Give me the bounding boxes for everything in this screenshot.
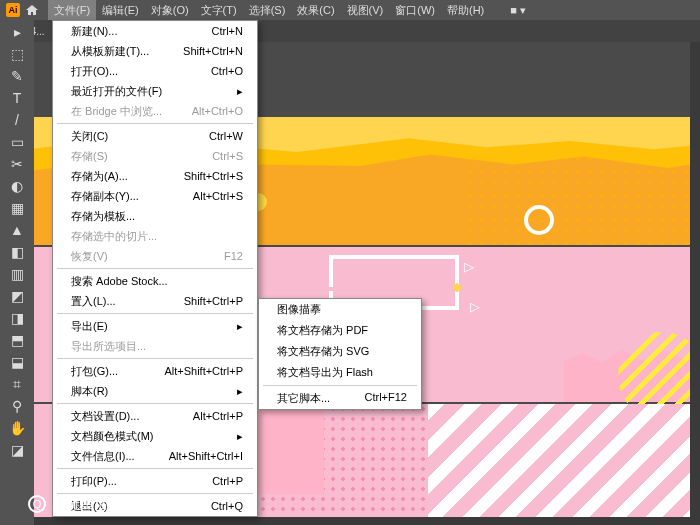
menuitem-脚本(R)[interactable]: 脚本(R)▸ xyxy=(53,381,257,401)
menu-选择[interactable]: 选择(S) xyxy=(243,0,292,20)
app-logo-icon: Ai xyxy=(6,3,20,17)
menuitem-从模板新建(T)...[interactable]: 从模板新建(T)...Shift+Ctrl+N xyxy=(53,41,257,61)
menuitem-存储为(A)...[interactable]: 存储为(A)...Shift+Ctrl+S xyxy=(53,166,257,186)
tool-6[interactable]: ✂ xyxy=(2,154,32,174)
menuitem-搜索 Adobe Stock...[interactable]: 搜索 Adobe Stock... xyxy=(53,271,257,291)
menu-对象[interactable]: 对象(O) xyxy=(145,0,195,20)
menuitem-最近打开的文件(F)[interactable]: 最近打开的文件(F)▸ xyxy=(53,81,257,101)
menuitem-存储副本(Y)...[interactable]: 存储副本(Y)...Alt+Ctrl+S xyxy=(53,186,257,206)
tool-5[interactable]: ▭ xyxy=(2,132,32,152)
file-menu-dropdown[interactable]: 新建(N)...Ctrl+N从模板新建(T)...Shift+Ctrl+N打开(… xyxy=(52,20,258,517)
menuitem-文件信息(I)...[interactable]: 文件信息(I)...Alt+Shift+Ctrl+I xyxy=(53,446,257,466)
menuitem-存储选中的切片...[interactable]: 存储选中的切片... xyxy=(53,226,257,246)
tool-1[interactable]: ⬚ xyxy=(2,44,32,64)
menuitem-打包(G)...[interactable]: 打包(G)...Alt+Shift+Ctrl+P xyxy=(53,361,257,381)
menu-文字[interactable]: 文字(T) xyxy=(195,0,243,20)
tool-11[interactable]: ▥ xyxy=(2,264,32,284)
tool-13[interactable]: ◨ xyxy=(2,308,32,328)
tool-7[interactable]: ◐ xyxy=(2,176,32,196)
menuitem-打开(O)...[interactable]: 打开(O)...Ctrl+O xyxy=(53,61,257,81)
menuitem-文档设置(D)...[interactable]: 文档设置(D)...Alt+Ctrl+P xyxy=(53,406,257,426)
watermark-text: 天奇生活 xyxy=(52,495,108,513)
menuitem-存储为模板...[interactable]: 存储为模板... xyxy=(53,206,257,226)
menuitem-关闭(C)[interactable]: 关闭(C)Ctrl+W xyxy=(53,126,257,146)
home-icon[interactable] xyxy=(26,5,38,15)
menu-编辑[interactable]: 编辑(E) xyxy=(96,0,145,20)
menuitem-图像描摹[interactable]: 图像描摹 xyxy=(259,299,421,320)
menuitem-文档颜色模式(M)[interactable]: 文档颜色模式(M)▸ xyxy=(53,426,257,446)
watermark-icon: Q xyxy=(28,495,46,513)
menu-文件[interactable]: 文件(F) xyxy=(48,0,96,20)
menu-视图[interactable]: 视图(V) xyxy=(341,0,390,20)
tool-14[interactable]: ⬒ xyxy=(2,330,32,350)
watermark: Q 天奇生活 xyxy=(28,495,108,513)
menuitem-新建(N)...[interactable]: 新建(N)...Ctrl+N xyxy=(53,21,257,41)
tool-4[interactable]: / xyxy=(2,110,32,130)
menuitem-存储(S)[interactable]: 存储(S)Ctrl+S xyxy=(53,146,257,166)
tool-10[interactable]: ◧ xyxy=(2,242,32,262)
menuitem-将文档存储为 PDF[interactable]: 将文档存储为 PDF xyxy=(259,320,421,341)
tool-panel: ▸⬚✎T/▭✂◐▦▲◧▥◩◨⬒⬓⌗⚲✋◪ xyxy=(0,20,34,525)
tool-12[interactable]: ◩ xyxy=(2,286,32,306)
menu-帮助[interactable]: 帮助(H) xyxy=(441,0,490,20)
menuitem-恢复(V)[interactable]: 恢复(V)F12 xyxy=(53,246,257,266)
menuitem-打印(P)...[interactable]: 打印(P)...Ctrl+P xyxy=(53,471,257,491)
menuitem-导出(E)[interactable]: 导出(E)▸ xyxy=(53,316,257,336)
tool-16[interactable]: ⌗ xyxy=(2,374,32,394)
menuitem-将文档导出为 Flash[interactable]: 将文档导出为 Flash xyxy=(259,362,421,383)
tool-17[interactable]: ⚲ xyxy=(2,396,32,416)
tool-18[interactable]: ✋ xyxy=(2,418,32,438)
menu-效果[interactable]: 效果(C) xyxy=(291,0,340,20)
menuitem-其它脚本...[interactable]: 其它脚本...Ctrl+F12 xyxy=(259,388,421,409)
tool-19[interactable]: ◪ xyxy=(2,440,32,460)
tool-3[interactable]: T xyxy=(2,88,32,108)
workspace-selector[interactable]: ■ ▾ xyxy=(498,4,538,17)
tool-8[interactable]: ▦ xyxy=(2,198,32,218)
tool-0[interactable]: ▸ xyxy=(2,22,32,42)
menuitem-在 Bridge 中浏览...[interactable]: 在 Bridge 中浏览...Alt+Ctrl+O xyxy=(53,101,257,121)
tool-15[interactable]: ⬓ xyxy=(2,352,32,372)
tool-9[interactable]: ▲ xyxy=(2,220,32,240)
menu-窗口[interactable]: 窗口(W) xyxy=(389,0,441,20)
script-submenu[interactable]: 图像描摹将文档存储为 PDF将文档存储为 SVG将文档导出为 Flash其它脚本… xyxy=(258,298,422,410)
menuitem-置入(L)...[interactable]: 置入(L)...Shift+Ctrl+P xyxy=(53,291,257,311)
menu-bar: Ai 文件(F)编辑(E)对象(O)文字(T)选择(S)效果(C)视图(V)窗口… xyxy=(0,0,700,20)
tool-2[interactable]: ✎ xyxy=(2,66,32,86)
menuitem-导出所选项目...[interactable]: 导出所选项目... xyxy=(53,336,257,356)
menuitem-将文档存储为 SVG[interactable]: 将文档存储为 SVG xyxy=(259,341,421,362)
